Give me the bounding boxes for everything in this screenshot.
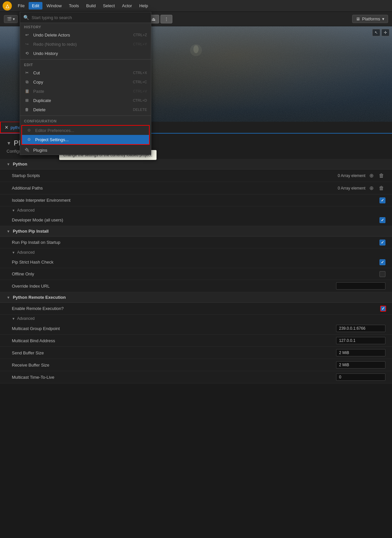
send-buffer-input[interactable] [336,349,385,356]
additional-paths-label: Additional Paths [12,186,338,191]
divider-1 [20,59,151,60]
menu-window[interactable]: Window [43,2,65,10]
svg-point-1 [193,45,199,53]
undo-icon: ↩ [24,32,30,38]
offline-only-checkbox[interactable] [380,271,385,277]
tab-close-icon[interactable]: ✕ [5,125,9,130]
send-buffer-row: Send Buffer Size [0,347,392,359]
pip-advanced-row[interactable]: ▼ Advanced [0,248,392,256]
menu-help[interactable]: Help [136,2,151,10]
menu-copy[interactable]: ⧉ Copy CTRL+C [20,77,151,87]
collapse-arrow[interactable]: ▼ [7,141,11,146]
additional-paths-add-btn[interactable]: ⊕ [368,184,375,192]
multicast-ttl-value [336,373,385,381]
paste-shortcut: CTRL+V [133,89,147,93]
cinema-btn[interactable]: 🎬 ▾ [4,15,18,23]
menu-duplicate[interactable]: ⊞ Duplicate CTRL+D [20,96,151,105]
pip-section-header[interactable]: ▼ Python Pip Install [0,226,392,237]
multicast-endpoint-input[interactable] [336,325,385,332]
send-buffer-value [336,349,385,356]
undo-history-icon: ⟲ [24,50,30,56]
viewport-move-btn[interactable]: ✛ [381,29,389,36]
multicast-bind-input[interactable] [336,337,385,344]
pip-strict-hash-checkbox[interactable]: ✓ [380,259,385,265]
platforms-button[interactable]: 🖥 Platforms ▾ [352,15,388,23]
isolate-env-check: ✓ [381,198,384,203]
receive-buffer-label: Receive Buffer Size [12,363,336,368]
pip-section: ▼ Python Pip Install Run Pip Install on … [0,226,392,292]
additional-paths-del-btn[interactable]: 🗑 [378,185,385,192]
menu-select[interactable]: Select [100,2,118,10]
send-buffer-label: Send Buffer Size [12,350,336,355]
developer-mode-checkbox[interactable]: ✓ [380,217,385,223]
menu-bar: △ File Edit Window Tools Build Select Ac… [0,0,392,12]
multicast-endpoint-row: Multicast Group Endpoint [0,322,392,335]
viewport-controls: ↖ ✛ [372,29,389,36]
override-index-url-value [336,282,385,290]
remote-section-header[interactable]: ▼ Python Remote Execution [0,292,392,303]
project-settings-icon: ⚙ [26,137,32,142]
search-input[interactable] [32,15,148,20]
startup-scripts-label: Startup Scripts [12,173,338,178]
additional-paths-value: 0 Array element ⊕ 🗑 [338,184,385,192]
menu-undo-delete[interactable]: ↩ Undo Delete Actors CTRL+Z [20,30,151,39]
platform-icon: 🖥 [356,16,360,21]
duplicate-icon: ⊞ [24,97,30,103]
delete-label: Delete [33,107,130,112]
pip-section-title: Python Pip Install [13,229,49,234]
pip-strict-hash-check: ✓ [381,260,384,265]
menu-actor[interactable]: Actor [119,2,135,10]
menu-tools[interactable]: Tools [66,2,82,10]
advanced-arrow-icon: ▼ [12,209,15,212]
isolate-env-value: ✓ [380,197,385,203]
developer-mode-check: ✓ [381,218,384,222]
multicast-bind-value [336,337,385,344]
menu-undo-history[interactable]: ⟲ Undo History [20,49,151,58]
redo-label: Redo (Nothing to redo) [33,42,130,47]
run-pip-label: Run Pip Install on Startup [12,240,380,245]
multicast-ttl-input[interactable] [336,373,385,381]
viewport-arrow-btn[interactable]: ↖ [372,29,380,36]
enable-remote-checkbox[interactable]: ✓ [380,306,386,312]
startup-scripts-add-btn[interactable]: ⊕ [368,172,375,179]
isolate-env-checkbox[interactable]: ✓ [380,197,385,203]
delete-icon: 🗑 [24,107,30,113]
menu-editor-prefs: ⚙ Editor Preferences... [22,126,149,135]
enable-remote-check: ✓ [381,306,385,311]
override-index-url-row: Override Index URL [0,280,392,292]
multicast-endpoint-value [336,325,385,332]
override-index-url-input[interactable] [336,282,385,290]
menu-cut[interactable]: ✂ Cut CTRL+X [20,68,151,77]
developer-mode-value: ✓ [380,217,385,223]
startup-scripts-del-btn[interactable]: 🗑 [378,172,385,179]
search-box: 🔍 [20,12,151,23]
remote-advanced-row[interactable]: ▼ Advanced [0,315,392,322]
paste-label: Paste [33,89,130,94]
offline-only-value [380,271,385,277]
python-section: ▼ Python Startup Scripts 0 Array element… [0,159,392,226]
paste-icon: 📋 [24,88,30,94]
python-section-header[interactable]: ▼ Python [0,159,392,169]
enable-remote-row: Enable Remote Execution? ✓ [0,303,392,315]
menu-file[interactable]: File [14,2,28,10]
config-section-label: CONFIGURATION [20,117,151,124]
menu-project-settings[interactable]: ⚙ Project Settings... [22,135,149,144]
search-icon: 🔍 [23,15,29,20]
menu-plugins[interactable]: 🔌 Plugins [20,145,151,155]
menu-edit[interactable]: Edit [29,2,42,10]
pip-advanced-label: Advanced [17,250,35,255]
toolbar-left: 🎬 ▾ [4,15,18,23]
undo-delete-label: Undo Delete Actors [33,33,130,38]
menu-delete[interactable]: 🗑 Delete DELETE [20,105,151,114]
pip-advanced-arrow: ▼ [12,251,15,254]
platforms-chevron: ▾ [382,16,384,21]
receive-buffer-input[interactable] [336,361,385,369]
enable-remote-label: Enable Remote Execution? [12,306,381,311]
offline-only-label: Offline Only [12,271,380,276]
multicast-bind-row: Multicast Bind Address [0,335,392,347]
python-advanced-row[interactable]: ▼ Advanced [0,206,392,214]
run-pip-checkbox[interactable]: ✓ [380,240,385,245]
multicast-endpoint-label: Multicast Group Endpoint [12,326,336,331]
menu-build[interactable]: Build [83,2,99,10]
more-button[interactable]: ⋮ [160,15,172,23]
